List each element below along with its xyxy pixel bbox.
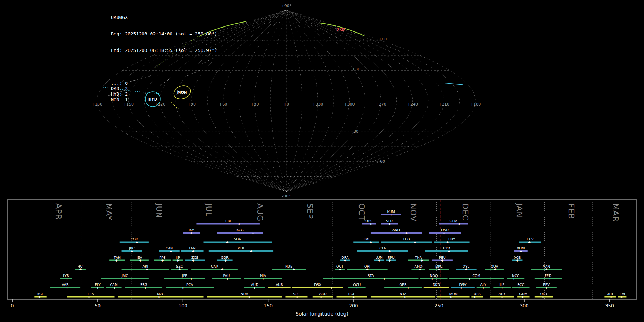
x-tick-label: 50	[95, 303, 101, 308]
shower-bar-jpe	[164, 278, 205, 279]
shower-bar-com	[449, 278, 504, 279]
shower-peak-marker: +	[262, 277, 264, 280]
shower-bar-gem	[439, 223, 468, 225]
shower-peak-marker: +	[388, 258, 390, 262]
shower-bar-hyd	[425, 250, 468, 252]
shower-bar-eta	[67, 296, 115, 298]
shower-label: LEO	[403, 237, 410, 241]
equator-label: +270	[375, 102, 386, 107]
x-axis-label: Solar longitude (deg)	[296, 311, 348, 317]
month-label: MAR	[611, 203, 620, 222]
shower-peak-marker: +	[447, 240, 449, 244]
shower-peak-marker: +	[192, 258, 194, 262]
shower-peak-marker: +	[79, 267, 82, 271]
month-label: FEB	[567, 203, 576, 219]
shower-bar-oer	[384, 287, 422, 288]
shower-peak-marker: +	[516, 258, 518, 262]
count-line: ...: 6	[111, 80, 220, 86]
shower-bar-ehy	[434, 241, 469, 243]
shower-peak-marker: +	[370, 240, 372, 244]
month-label: APR	[54, 203, 63, 220]
month-label: DEC	[461, 203, 470, 221]
shower-peak-marker: +	[113, 286, 116, 289]
shower-peak-marker: +	[405, 231, 408, 235]
month-label: SEP	[306, 203, 314, 219]
month-label: MAY	[104, 203, 113, 221]
shower-peak-marker: +	[339, 267, 341, 271]
month-label: OCT	[357, 203, 366, 221]
shower-bar-and	[371, 232, 422, 234]
shower-bar-dsv	[451, 287, 475, 288]
shower-bar-ncc	[507, 278, 525, 279]
shower-peak-marker: +	[226, 240, 228, 244]
station-id: UK006X	[111, 15, 220, 20]
radiant-label-dkd: DKD	[336, 28, 345, 31]
shower-label: ERI	[225, 219, 231, 223]
shower-peak-marker: +	[388, 222, 390, 226]
shower-peak-marker: +	[474, 295, 476, 299]
shower-peak-marker: +	[383, 277, 385, 280]
shower-peak-marker: +	[521, 295, 523, 299]
shower-peak-marker: +	[545, 267, 547, 271]
shower-peak-marker: +	[115, 258, 117, 262]
shower-peak-marker: +	[450, 295, 452, 299]
equator-label: +330	[312, 102, 323, 107]
shower-bar-eri	[196, 223, 259, 225]
equator-label: +0	[283, 102, 289, 107]
shower-label: NDA	[241, 292, 248, 296]
shower-peak-marker: +	[124, 277, 126, 280]
shower-label: COM	[472, 274, 480, 278]
shower-peak-marker: +	[144, 286, 146, 289]
shower-bar-obs	[362, 223, 376, 225]
latitude-label: +60	[379, 37, 387, 42]
shower-peak-marker: +	[438, 267, 440, 271]
x-tick-label: 250	[434, 303, 443, 308]
shower-peak-marker: +	[414, 240, 416, 244]
shower-bar-cor	[120, 241, 149, 243]
shower-bar-cap	[191, 269, 238, 270]
shower-bar-cta	[357, 250, 408, 252]
shower-peak-marker: +	[443, 231, 445, 235]
shower-peak-marker: +	[238, 222, 240, 226]
shower-peak-marker: +	[356, 286, 358, 289]
shower-peak-marker: +	[161, 258, 164, 262]
shower-label: AND	[392, 228, 400, 232]
shower-peak-marker: +	[441, 258, 443, 262]
shower-peak-marker: +	[158, 295, 160, 299]
shower-bar-leo	[381, 241, 432, 243]
x-tick-label: 150	[264, 303, 273, 308]
equator-label: +180	[92, 102, 102, 107]
shower-peak-marker: +	[370, 222, 372, 226]
shower-peak-marker: +	[293, 267, 295, 271]
shower-peak-marker: +	[190, 231, 192, 235]
shower-peak-marker: +	[139, 258, 141, 262]
shower-peak-marker: +	[170, 249, 172, 253]
shower-bar-amo	[411, 269, 425, 270]
shower-bar-tha	[408, 260, 429, 261]
shower-label: NUE	[285, 264, 292, 268]
shower-bar-fed	[535, 278, 562, 279]
shower-label: DSX	[314, 283, 321, 287]
shower-bar-aur	[268, 287, 291, 288]
shower-label: KCG	[236, 228, 244, 232]
shower-peak-marker: +	[528, 240, 530, 244]
shower-peak-marker: +	[460, 286, 462, 289]
shower-bar-zcs	[185, 260, 205, 261]
axis-box	[7, 200, 637, 299]
shower-bar-nzc	[118, 296, 203, 298]
equator-label: +210	[439, 102, 449, 107]
shower-peak-marker: +	[620, 295, 623, 299]
shower-peak-marker: +	[494, 267, 496, 271]
shower-peak-marker: +	[97, 286, 99, 289]
shower-peak-marker: +	[482, 286, 484, 289]
shower-label: CAP	[211, 264, 218, 268]
count-line: MON: 1	[111, 97, 220, 102]
month-label: JUL	[204, 203, 213, 217]
shower-bar-can	[159, 250, 179, 252]
shower-peak-marker: +	[39, 295, 41, 299]
shower-peak-marker: +	[388, 249, 390, 253]
shower-peak-marker: +	[131, 249, 133, 253]
shower-peak-marker: +	[378, 258, 380, 262]
shower-peak-marker: +	[146, 267, 148, 271]
shower-label: JPE	[182, 274, 187, 278]
